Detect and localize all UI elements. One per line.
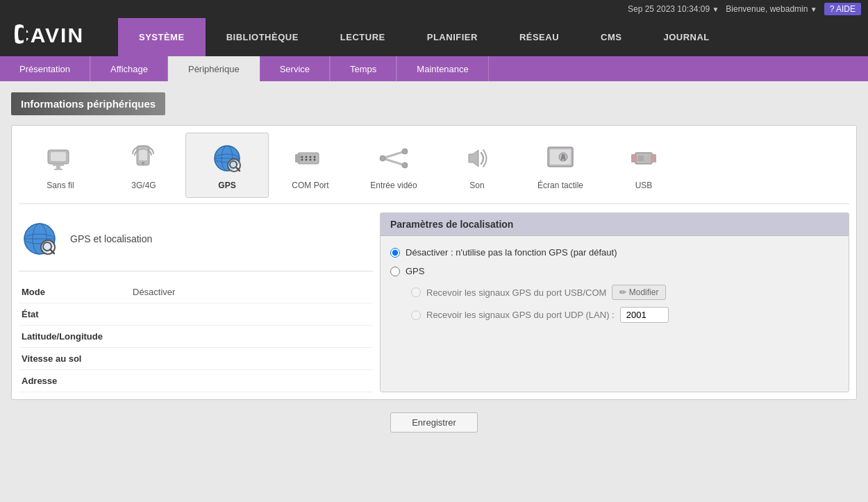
main-nav: SYSTÈME BIBLIOTHÈQUE LECTURE PLANIFIER R… xyxy=(118,18,868,56)
device-icon-ecran-tactile[interactable]: Écran tactile xyxy=(519,133,602,198)
usb-label: USB xyxy=(635,181,653,190)
device-icon-com-port[interactable]: COM Port xyxy=(269,133,352,198)
modifier-button[interactable]: ✏ Modifier xyxy=(612,285,666,300)
entree-video-label: Entrée vidéo xyxy=(370,181,417,190)
header: CAVIN SYSTÈME BIBLIOTHÈQUE LECTURE PLANI… xyxy=(0,18,868,56)
topbar-welcome: Bienvenue, webadmin ▼ xyxy=(726,4,817,14)
device-right: Paramètres de localisation Désactiver : … xyxy=(380,212,849,392)
svg-point-20 xyxy=(301,159,303,161)
adresse-label: Adresse xyxy=(22,376,133,386)
svg-point-9 xyxy=(142,162,144,165)
svg-line-28 xyxy=(383,158,405,165)
sub-nav: Présentation Affichage Périphérique Serv… xyxy=(0,56,868,81)
device-icon-entree-video[interactable]: Entrée vidéo xyxy=(352,133,435,198)
svg-rect-37 xyxy=(638,156,644,161)
svg-rect-39 xyxy=(651,154,656,162)
sub-radio-udp-lan-input[interactable] xyxy=(411,310,421,320)
usb-icon xyxy=(626,140,662,176)
device-left: GPS et localisation Mode Désactiver État… xyxy=(19,212,380,392)
subnav-peripherique[interactable]: Périphérique xyxy=(168,56,260,81)
save-button[interactable]: Enregistrer xyxy=(390,412,478,433)
info-row-adresse: Adresse xyxy=(19,370,373,392)
subnav-service[interactable]: Service xyxy=(260,56,330,81)
gps-header-icon xyxy=(19,218,60,260)
sub-radio-usb-com-input[interactable] xyxy=(411,287,421,297)
nav-reseau[interactable]: RÉSEAU xyxy=(499,18,580,56)
svg-rect-3 xyxy=(51,152,66,161)
com-port-label: COM Port xyxy=(292,181,328,190)
svg-point-31 xyxy=(402,162,408,168)
radio-desactiver-label: Désactiver : n'utilise pas la fonction G… xyxy=(406,247,617,258)
svg-point-21 xyxy=(306,156,308,158)
device-icon-gps[interactable]: GPS xyxy=(185,133,269,198)
subnav-presentation[interactable]: Présentation xyxy=(0,56,90,81)
udp-port-input[interactable] xyxy=(620,307,669,323)
nav-planifier[interactable]: PLANIFIER xyxy=(406,18,499,56)
svg-marker-32 xyxy=(469,150,478,167)
gps-label: GPS xyxy=(218,181,235,190)
mode-value: Désactiver xyxy=(133,287,175,297)
3g4g-label: 3G/4G xyxy=(131,181,156,190)
svg-point-23 xyxy=(310,156,312,158)
page-content: Informations périphériques Sans fil xyxy=(0,81,868,444)
sub-radio-udp-lan: Recevoir les signaux GPS du port UDP (LA… xyxy=(411,307,839,323)
com-port-icon xyxy=(292,140,328,176)
3g4g-icon xyxy=(126,140,162,176)
params-header: Paramètres de localisation xyxy=(381,213,849,236)
aide-button[interactable]: ? AIDE xyxy=(824,3,861,15)
save-row: Enregistrer xyxy=(11,412,857,433)
sub-radio-usb-com-label: Recevoir les signaux GPS du port USB/COM xyxy=(426,287,606,298)
mode-label: Mode xyxy=(22,287,133,297)
radio-desactiver-input[interactable] xyxy=(390,248,400,258)
vitesse-label: Vitesse au sol xyxy=(22,353,133,364)
nav-bibliotheque[interactable]: BIBLIOTHÈQUE xyxy=(206,18,319,56)
radio-gps-input[interactable] xyxy=(390,267,400,276)
device-icon-3g4g[interactable]: 3G/4G xyxy=(102,133,185,198)
son-label: Son xyxy=(469,181,484,190)
svg-point-22 xyxy=(306,159,308,161)
device-icon-usb[interactable]: USB xyxy=(602,133,685,198)
nav-journal[interactable]: JOURNAL xyxy=(642,18,730,56)
gps-header: GPS et localisation xyxy=(19,212,373,271)
svg-rect-18 xyxy=(295,154,301,162)
info-row-mode: Mode Désactiver xyxy=(19,281,373,303)
nav-cms[interactable]: CMS xyxy=(580,18,642,56)
svg-line-27 xyxy=(383,151,405,158)
subnav-affichage[interactable]: Affichage xyxy=(90,56,168,81)
wifi-icon xyxy=(42,140,78,176)
nav-systeme[interactable]: SYSTÈME xyxy=(118,18,206,56)
welcome-dropdown-arrow[interactable]: ▼ xyxy=(810,6,817,13)
svg-point-30 xyxy=(402,149,408,154)
subnav-maintenance[interactable]: Maintenance xyxy=(397,56,488,81)
device-icon-sans-fil[interactable]: Sans fil xyxy=(19,133,102,198)
subnav-temps[interactable]: Temps xyxy=(330,56,397,81)
sub-radio-group: Recevoir les signaux GPS du port USB/COM… xyxy=(390,285,839,323)
entree-video-icon xyxy=(376,140,412,176)
svg-point-26 xyxy=(314,159,316,161)
radio-gps-label: GPS xyxy=(406,266,424,276)
nav-lecture[interactable]: LECTURE xyxy=(319,18,406,56)
svg-rect-17 xyxy=(298,153,319,164)
svg-point-25 xyxy=(314,156,316,158)
info-table: Mode Désactiver État Latitude/Longitude … xyxy=(19,281,373,392)
topbar: Sep 25 2023 10:34:09 ▼ Bienvenue, webadm… xyxy=(0,0,868,18)
topbar-datetime: Sep 25 2023 10:34:09 ▼ xyxy=(628,4,719,14)
device-icon-son[interactable]: Son xyxy=(435,133,519,198)
device-icons-row: Sans fil 3G/4G xyxy=(19,133,849,204)
logo: CAVIN xyxy=(14,23,83,52)
radio-gps[interactable]: GPS xyxy=(390,266,839,276)
radio-desactiver[interactable]: Désactiver : n'utilise pas la fonction G… xyxy=(390,247,839,258)
device-panel: Sans fil 3G/4G xyxy=(11,125,857,400)
svg-point-29 xyxy=(380,156,385,161)
gps-icon xyxy=(209,140,245,176)
datetime-dropdown-arrow[interactable]: ▼ xyxy=(712,6,719,13)
svg-point-19 xyxy=(301,156,303,158)
sub-radio-usb-com: Recevoir les signaux GPS du port USB/COM… xyxy=(411,285,839,300)
sans-fil-label: Sans fil xyxy=(47,181,74,190)
logo-area: CAVIN xyxy=(0,18,118,56)
latlon-label: Latitude/Longitude xyxy=(22,331,133,342)
son-icon xyxy=(459,140,495,176)
info-row-etat: État xyxy=(19,303,373,326)
svg-rect-38 xyxy=(631,154,637,162)
svg-rect-4 xyxy=(53,164,64,166)
